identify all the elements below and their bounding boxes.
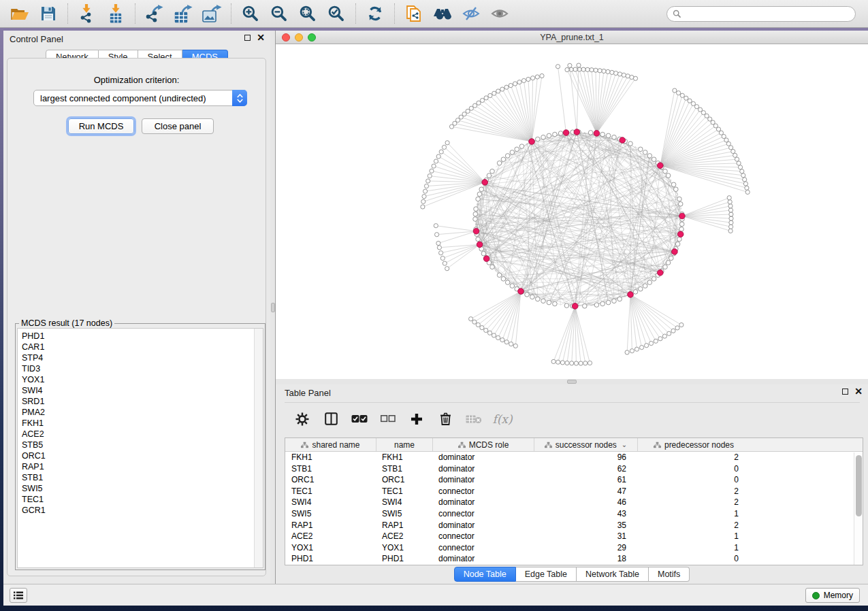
leaf-node[interactable] (680, 93, 684, 97)
open-file-button[interactable] (5, 2, 34, 25)
network-node[interactable] (639, 147, 643, 152)
leaf-node[interactable] (614, 71, 618, 76)
leaf-node[interactable] (435, 233, 439, 237)
network-node[interactable] (510, 150, 515, 155)
leaf-node[interactable] (540, 73, 544, 78)
leaf-node[interactable] (439, 251, 443, 255)
table-row[interactable]: ACE2ACE2connector311 (285, 531, 863, 542)
leaf-node[interactable] (583, 361, 588, 365)
add-column-button[interactable] (406, 408, 428, 430)
network-node[interactable] (519, 144, 524, 149)
network-node[interactable] (643, 150, 647, 155)
leaf-node[interactable] (421, 205, 425, 209)
network-node[interactable] (647, 280, 652, 285)
settings-gear-button[interactable] (291, 408, 313, 430)
mcds-result-item[interactable]: TID3 (22, 363, 263, 374)
leaf-node[interactable] (445, 141, 449, 145)
leaf-node[interactable] (626, 74, 630, 78)
mcds-result-item[interactable]: STP4 (22, 352, 263, 363)
leaf-node[interactable] (445, 267, 449, 271)
mcds-result-item[interactable]: TEC1 (22, 494, 263, 505)
network-node[interactable] (497, 161, 502, 165)
network-node[interactable] (612, 135, 617, 139)
network-node[interactable] (679, 227, 684, 232)
leaf-node[interactable] (434, 224, 438, 228)
mcds-node[interactable] (529, 139, 535, 145)
network-node[interactable] (501, 157, 506, 162)
table-row[interactable]: TEC1TEC1connector472 (285, 486, 863, 497)
leaf-node[interactable] (440, 256, 445, 260)
network-node[interactable] (594, 303, 599, 308)
mcds-node[interactable] (679, 213, 686, 219)
node-table[interactable]: shared namenameMCDS rolesuccessor nodes⌄… (285, 437, 863, 565)
mcds-result-item[interactable]: ACE2 (22, 429, 263, 440)
leaf-node[interactable] (565, 67, 569, 71)
network-node[interactable] (481, 251, 486, 256)
leaf-node[interactable] (480, 98, 484, 102)
network-node[interactable] (652, 157, 656, 162)
table-row[interactable]: RAP1RAP1dominator352 (285, 520, 863, 531)
network-node[interactable] (675, 242, 680, 246)
leaf-node[interactable] (738, 165, 742, 169)
leaf-node[interactable] (701, 111, 705, 115)
leaf-node[interactable] (617, 72, 622, 76)
network-node[interactable] (530, 295, 535, 299)
mcds-node[interactable] (677, 231, 684, 237)
leaf-node[interactable] (658, 337, 662, 341)
network-node[interactable] (558, 131, 563, 136)
leaf-node[interactable] (735, 157, 739, 161)
network-node[interactable] (666, 261, 671, 265)
zoom-out-button[interactable] (265, 2, 293, 25)
leaf-node[interactable] (504, 340, 509, 344)
vertical-splitter[interactable] (270, 31, 276, 584)
run-mcds-button[interactable]: Run MCDS (68, 118, 134, 134)
leaf-node[interactable] (679, 323, 684, 327)
leaf-node[interactable] (477, 101, 481, 105)
leaf-node[interactable] (671, 329, 675, 333)
leaf-node[interactable] (574, 361, 578, 365)
leaf-node[interactable] (573, 67, 577, 71)
leaf-node[interactable] (488, 93, 492, 97)
leaf-node[interactable] (594, 68, 598, 72)
memory-button[interactable]: Memory (805, 588, 860, 603)
leaf-node[interactable] (492, 91, 496, 95)
mcds-result-listbox[interactable]: PHD1CAR1STP4TID3YOX1SWI4SRD1PMA2FKH1ACE2… (17, 328, 263, 568)
leaf-node[interactable] (577, 67, 581, 71)
hide-panel-button[interactable] (457, 2, 485, 25)
network-node[interactable] (536, 137, 541, 142)
columns-button[interactable] (320, 408, 342, 430)
leaf-node[interactable] (622, 73, 626, 77)
leaf-node[interactable] (437, 246, 441, 250)
leaf-node[interactable] (585, 67, 590, 71)
leaf-node[interactable] (684, 96, 688, 100)
leaf-node[interactable] (662, 334, 666, 338)
network-node[interactable] (553, 301, 558, 306)
network-node[interactable] (674, 187, 679, 192)
leaf-node[interactable] (743, 178, 747, 182)
column-header-shared-name[interactable]: shared name (285, 438, 376, 451)
leaf-node[interactable] (741, 174, 745, 178)
network-node[interactable] (490, 265, 495, 269)
leaf-node[interactable] (436, 154, 440, 159)
import-table-button[interactable] (101, 2, 130, 25)
tab-node-table[interactable]: Node Table (454, 567, 516, 582)
mcds-result-item[interactable]: CAR1 (22, 342, 263, 352)
mcds-result-item[interactable]: SRD1 (22, 396, 263, 407)
leaf-node[interactable] (610, 70, 614, 74)
column-header-predecessor-nodes[interactable]: predecessor nodes (637, 438, 750, 451)
mcds-result-item[interactable]: PHD1 (22, 331, 263, 342)
network-node[interactable] (476, 237, 481, 242)
leaf-node[interactable] (436, 241, 440, 245)
column-header-name[interactable]: name (376, 438, 432, 451)
leaf-node[interactable] (443, 261, 447, 265)
network-node[interactable] (487, 174, 492, 178)
leaf-node[interactable] (565, 361, 569, 365)
network-node[interactable] (678, 202, 683, 207)
deselect-all-button[interactable] (377, 408, 399, 430)
export-image-button[interactable] (197, 2, 226, 25)
leaf-node[interactable] (430, 169, 434, 173)
leaf-node[interactable] (649, 342, 653, 346)
table-row[interactable]: STB1STB1dominator620 (285, 463, 863, 475)
leaf-node[interactable] (729, 146, 733, 150)
network-node[interactable] (510, 284, 515, 288)
